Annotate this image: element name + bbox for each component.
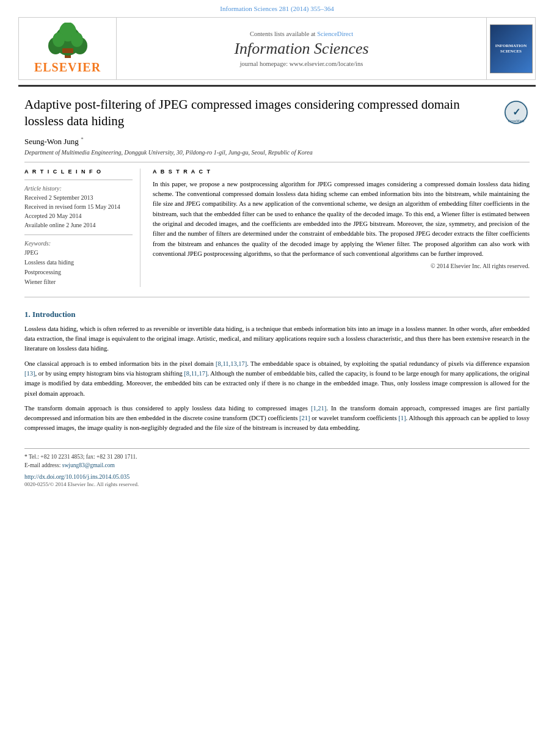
- crossmark-icon: ✓ CrossMark: [503, 99, 530, 126]
- article-info-column: A R T I C L E I N F O Article history: R…: [24, 169, 140, 287]
- journal-cover-text: INFORMATIONSCIENCES: [494, 42, 528, 55]
- footnote-contact: * Tel.: +82 10 2231 4853; fax: +82 31 28…: [24, 453, 530, 461]
- ref-21: [21]: [299, 415, 310, 421]
- keyword-postprocessing: Postprocessing: [24, 267, 133, 277]
- doi-link[interactable]: http://dx.doi.org/10.1016/j.ins.2014.05.…: [24, 473, 530, 480]
- paper-content: Adaptive post-filtering of JPEG compress…: [0, 87, 554, 487]
- copyright-footer: 0020-0255/© 2014 Elsevier Inc. All right…: [24, 481, 530, 487]
- keywords-divider: [24, 234, 133, 235]
- history-revised: Received in revised form 15 May 2014: [24, 203, 133, 211]
- abstract-label: A B S T R A C T: [153, 169, 530, 175]
- abstract-text: In this paper, we propose a new postproc…: [153, 180, 530, 259]
- journal-cover-thumb: INFORMATIONSCIENCES: [490, 24, 533, 73]
- journal-thumbnail: INFORMATIONSCIENCES: [486, 18, 535, 79]
- content-divider: [24, 297, 530, 297]
- footnote-email: E-mail address: swjung83@gmail.com: [24, 461, 530, 470]
- journal-info-center: Contents lists available at ScienceDirec…: [117, 18, 486, 79]
- affiliation: Department of Multimedia Engineering, Do…: [24, 149, 530, 156]
- abstract-column: A B S T R A C T In this paper, we propos…: [153, 169, 530, 287]
- article-info-label: A R T I C L E I N F O: [24, 169, 133, 175]
- history-accepted: Accepted 20 May 2014: [24, 212, 133, 220]
- keyword-lossless: Lossless data hiding: [24, 258, 133, 267]
- history-received: Received 2 September 2013: [24, 194, 133, 202]
- email-address[interactable]: swjung83@gmail.com: [62, 462, 115, 468]
- ref-1-21: [1,21]: [311, 405, 326, 412]
- ref-1: [1]: [398, 415, 406, 421]
- journal-homepage: journal homepage: www.elsevier.com/locat…: [240, 60, 363, 67]
- intro-paragraph-1: Lossless data hiding, which is often ref…: [24, 324, 530, 354]
- email-label: E-mail address:: [24, 462, 60, 468]
- author-name-text: Seung-Won Jung: [24, 137, 79, 146]
- keyword-wiener: Wiener filter: [24, 277, 133, 287]
- svg-point-6: [71, 32, 83, 47]
- ref-13: [13]: [24, 370, 35, 377]
- intro-paragraph-3: The transform domain approach is thus co…: [24, 404, 530, 434]
- contents-available: Contents lists available at ScienceDirec…: [250, 31, 353, 37]
- paper-title: Adaptive post-filtering of JPEG compress…: [24, 96, 503, 130]
- svg-rect-7: [62, 48, 73, 53]
- section-divider-top: [24, 162, 530, 162]
- journal-header: ELSEVIER Contents lists available at Sci…: [18, 17, 536, 80]
- elsevier-tree-icon: [40, 23, 95, 59]
- author-name: Seung-Won Jung *: [24, 136, 530, 147]
- contents-text: Contents lists available at: [250, 31, 316, 37]
- history-online: Available online 2 June 2014: [24, 221, 133, 230]
- journal-title: Information Sciences: [234, 40, 368, 58]
- journal-reference: Information Sciences 281 (2014) 355–364: [0, 0, 554, 15]
- sciencedirect-link[interactable]: ScienceDirect: [317, 31, 353, 37]
- ref-8-11-17: [8,11,17]: [184, 370, 207, 377]
- keywords-label: Keywords:: [24, 240, 133, 247]
- history-label: Article history:: [24, 185, 133, 192]
- elsevier-logo-area: ELSEVIER: [19, 18, 117, 79]
- paper-title-area: Adaptive post-filtering of JPEG compress…: [24, 96, 530, 130]
- article-info-abstract: A R T I C L E I N F O Article history: R…: [24, 169, 530, 287]
- keyword-jpeg: JPEG: [24, 248, 133, 258]
- copyright-line: © 2014 Elsevier Inc. All rights reserved…: [153, 263, 530, 269]
- svg-point-5: [53, 32, 65, 47]
- svg-text:CrossMark: CrossMark: [508, 119, 525, 123]
- introduction-heading: 1. Introduction: [24, 310, 530, 319]
- author-sup: *: [81, 136, 84, 142]
- article-info-divider: [24, 180, 133, 180]
- introduction-section: 1. Introduction Lossless data hiding, wh…: [24, 310, 530, 434]
- ref-8-11-13-17: [8,11,13,17]: [216, 360, 247, 367]
- footnote-area: * Tel.: +82 10 2231 4853; fax: +82 31 28…: [24, 448, 530, 488]
- elsevier-logo: ELSEVIER: [34, 23, 101, 75]
- svg-text:✓: ✓: [512, 107, 520, 117]
- intro-paragraph-2: One classical approach is to embed infor…: [24, 359, 530, 399]
- journal-ref-text: Information Sciences 281 (2014) 355–364: [220, 5, 333, 12]
- elsevier-brand: ELSEVIER: [34, 60, 101, 75]
